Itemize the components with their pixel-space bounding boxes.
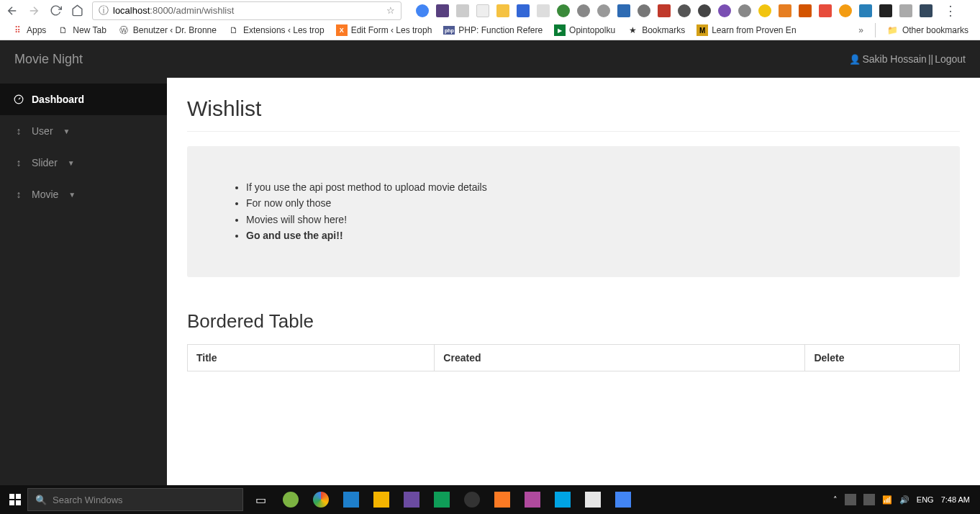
play-icon: ▶ [554, 24, 566, 36]
taskbar-app-6[interactable] [429, 489, 455, 510]
start-button[interactable] [4, 489, 26, 510]
tray-icon-2[interactable] [863, 494, 875, 505]
ext-icon-3[interactable] [456, 4, 469, 17]
tray-language[interactable]: ENG [917, 495, 934, 504]
taskbar-app-2[interactable] [308, 489, 334, 510]
dashboard-icon [13, 94, 24, 104]
bookmark-star-icon[interactable]: ☆ [386, 5, 395, 16]
ext-icon-8[interactable] [557, 4, 570, 17]
forward-button[interactable] [27, 4, 40, 17]
bookmark-benutzer[interactable]: Ⓦ Benutzer ‹ Dr. Bronne [114, 23, 221, 37]
sidebar-item-label: Movie [32, 189, 58, 200]
ext-icon-5[interactable] [496, 4, 509, 17]
th-delete: Delete [805, 344, 960, 371]
taskbar-app-10[interactable] [550, 489, 576, 510]
ext-icon-17[interactable] [738, 4, 751, 17]
taskbar-app-5[interactable] [399, 489, 425, 510]
taskbar-app-1[interactable] [278, 489, 304, 510]
ext-icon-1[interactable] [416, 4, 429, 17]
url-text: localhost:8000/admin/wishlist [113, 5, 382, 16]
address-bar[interactable]: ⓘ localhost:8000/admin/wishlist ☆ [92, 1, 401, 20]
bookmark-bookmarks[interactable]: ★ Bookmarks [622, 23, 689, 37]
tray-volume-icon[interactable]: 🔊 [899, 495, 909, 505]
tray-icon-1[interactable] [845, 494, 856, 505]
bookmark-label: Opintopolku [569, 25, 615, 35]
sidebar-item-slider[interactable]: ↕ Slider ▼ [0, 147, 167, 179]
ext-icon-9[interactable] [577, 4, 590, 17]
taskbar-search[interactable]: 🔍 Search Windows [27, 488, 243, 511]
caret-down-icon: ▼ [68, 159, 75, 167]
ext-icon-15[interactable] [698, 4, 711, 17]
ext-icon-12[interactable] [638, 4, 650, 17]
sidebar-item-dashboard[interactable]: Dashboard [0, 84, 167, 115]
ext-icon-20[interactable] [799, 4, 812, 17]
other-bookmarks-label: Other bookmarks [902, 25, 968, 35]
svg-rect-3 [9, 500, 14, 505]
bookmarks-overflow-button[interactable]: » [858, 25, 863, 35]
taskbar-app-11[interactable] [580, 489, 606, 510]
clock-time: 7:48 AM [941, 495, 970, 504]
taskbar-app-3[interactable] [338, 489, 364, 510]
bookmark-learn[interactable]: M Learn from Proven En [692, 23, 800, 37]
bookmark-label: Extensions ‹ Les trop [243, 25, 325, 35]
ext-icon-21[interactable] [819, 4, 832, 17]
bookmark-opintopolku[interactable]: ▶ Opintopolku [550, 23, 620, 37]
taskview-button[interactable]: ▭ [248, 489, 273, 510]
ext-icon-23[interactable] [859, 4, 872, 17]
taskbar-app-12[interactable] [610, 489, 636, 510]
ext-icon-13[interactable] [658, 4, 671, 17]
sidebar-item-label: Dashboard [32, 94, 84, 105]
bookmark-apps[interactable]: ⠿ Apps [7, 23, 50, 37]
info-list-item: Movies will show here! [246, 212, 917, 227]
bookmark-php[interactable]: php PHP: Function Refere [439, 24, 547, 37]
bookmark-label: PHP: Function Refere [458, 25, 543, 35]
ext-icon-14[interactable] [678, 4, 691, 17]
page-icon: 🗋 [58, 24, 69, 36]
bookmark-extensions[interactable]: 🗋 Extensions ‹ Les trop [224, 23, 329, 37]
bookmark-newtab[interactable]: 🗋 New Tab [53, 23, 110, 37]
logout-link[interactable]: Logout [935, 53, 966, 65]
ext-icon-2[interactable] [436, 4, 449, 17]
search-icon: 🔍 [35, 495, 47, 505]
sidebar: Dashboard ↕ User ▼ ↕ Slider ▼ ↕ Movie ▼ [0, 78, 167, 485]
ext-icon-25[interactable] [899, 4, 912, 17]
ext-icon-6[interactable] [517, 4, 530, 17]
taskbar-clock[interactable]: 7:48 AM [941, 495, 970, 504]
updown-icon: ↕ [13, 189, 24, 200]
taskbar-app-8[interactable] [489, 489, 515, 510]
taskbar-app-4[interactable] [368, 489, 394, 510]
search-placeholder: Search Windows [53, 495, 123, 505]
table-header-row: Title Created Delete [188, 344, 960, 371]
browser-menu-button[interactable]: ⋮ [944, 3, 957, 19]
back-button[interactable] [6, 4, 19, 17]
tray-wifi-icon[interactable]: 📶 [882, 495, 892, 505]
ext-icon-18[interactable] [758, 4, 771, 17]
reload-button[interactable] [49, 4, 62, 17]
bookmark-editform[interactable]: X Edit Form ‹ Les troph [332, 23, 437, 37]
ext-icon-16[interactable] [718, 4, 731, 17]
sidebar-item-label: Slider [32, 157, 58, 168]
ext-icon-26[interactable] [920, 4, 933, 17]
bookmark-label: Apps [27, 25, 46, 35]
home-button[interactable] [71, 4, 83, 17]
m-icon: M [697, 24, 708, 36]
user-icon: 👤 [849, 54, 861, 65]
other-bookmarks-button[interactable]: 📁 Other bookmarks [883, 23, 973, 37]
divider [875, 23, 876, 37]
taskbar-app-7[interactable] [459, 489, 485, 510]
ext-icon-4[interactable] [476, 4, 489, 17]
ext-icon-11[interactable] [617, 4, 630, 17]
username-link[interactable]: Sakib Hossain [862, 53, 927, 65]
ext-icon-22[interactable] [839, 4, 852, 17]
sidebar-item-user[interactable]: ↕ User ▼ [0, 115, 167, 147]
ext-icon-10[interactable] [597, 4, 610, 17]
ext-icon-24[interactable] [879, 4, 892, 17]
site-info-icon[interactable]: ⓘ [99, 4, 109, 17]
taskbar-app-9[interactable] [520, 489, 545, 510]
sidebar-item-movie[interactable]: ↕ Movie ▼ [0, 179, 167, 210]
tray-chevron-icon[interactable]: ˄ [833, 495, 838, 505]
ext-icon-19[interactable] [779, 4, 791, 17]
ext-icon-7[interactable] [537, 4, 550, 17]
svg-rect-1 [9, 494, 14, 499]
app-brand[interactable]: Movie Night [14, 52, 83, 67]
